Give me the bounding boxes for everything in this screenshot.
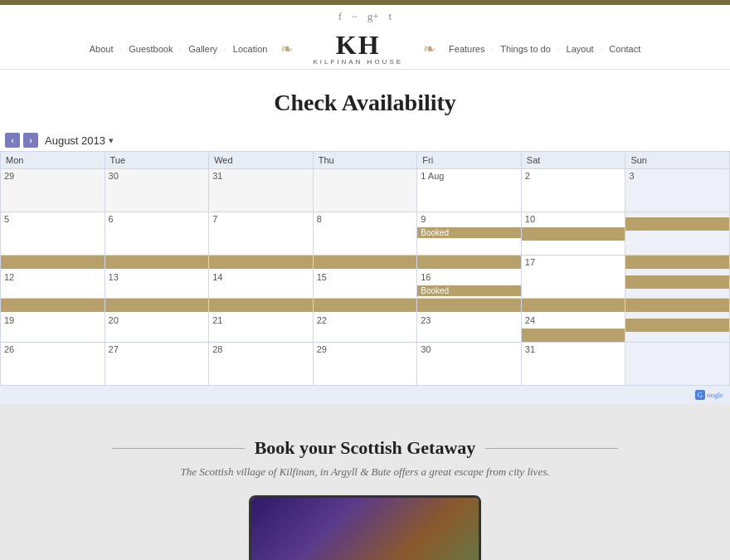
calendar-footer: G oogle [0, 386, 730, 404]
google-badge: G oogle [695, 390, 724, 400]
getaway-title: Book your Scottish Getaway [255, 437, 476, 459]
nav-things[interactable]: Things to do [494, 44, 557, 54]
page-title-section: Check Availability [0, 70, 730, 129]
cal-cell[interactable]: 16 Booked [417, 256, 522, 299]
nav-guestbook[interactable]: Guestbook [122, 44, 179, 54]
logo-kh: KH [336, 32, 381, 58]
col-wed: Wed [209, 152, 314, 169]
laptop-screen [249, 495, 481, 560]
nav-location[interactable]: Location [226, 44, 275, 54]
table-row: 29 30 31 1 Aug 2 3 [1, 169, 730, 212]
table-row: 19 20 21 22 23 [1, 299, 730, 343]
cal-cell[interactable]: 6 [105, 212, 209, 256]
cal-cell[interactable]: 27 [105, 343, 209, 386]
table-row: 12 13 14 15 16 Booked [1, 256, 730, 299]
cal-cell[interactable] [313, 169, 417, 212]
cal-cell[interactable]: 14 [209, 256, 314, 299]
cal-prev-button[interactable]: ‹ [5, 133, 20, 148]
col-sun: Sun [625, 152, 730, 169]
nav-bar: About · Guestbook · Gallery · Location ❧… [0, 27, 730, 70]
nav-gallery[interactable]: Gallery [182, 44, 224, 54]
cal-cell[interactable]: 22 [313, 299, 417, 343]
nav-contact[interactable]: Contact [602, 44, 647, 54]
cal-cell[interactable]: 1 Aug [417, 169, 522, 212]
nav-features[interactable]: Features [442, 44, 491, 54]
table-row: 5 6 7 8 9 Booked 10 [1, 212, 730, 256]
cal-cell[interactable]: 5 [1, 212, 105, 256]
laptop-screen-content [251, 498, 479, 560]
cal-next-button[interactable]: › [23, 133, 38, 148]
nav-ornament-left: ❧ [280, 40, 293, 58]
col-fri: Fri [417, 152, 522, 169]
nav-about[interactable]: About [83, 44, 120, 54]
social-bar: f ·· g+ t [0, 5, 730, 27]
booked-bar: Booked [417, 227, 521, 238]
nav-ornament-right: ❧ [423, 40, 436, 58]
getaway-line-right [485, 448, 618, 449]
twitter-icon[interactable]: t [389, 10, 392, 23]
col-tue: Tue [105, 152, 209, 169]
getaway-title-wrapper: Book your Scottish Getaway [17, 437, 713, 459]
logo-sub: Kilfinan House [313, 58, 403, 66]
cal-cell[interactable]: 26 [1, 343, 105, 386]
cal-cell[interactable]: 10 [521, 212, 625, 256]
cal-cell[interactable]: 13 [105, 256, 209, 299]
cal-cell[interactable] [625, 256, 730, 299]
cal-cell[interactable]: 17 [521, 256, 625, 299]
facebook-icon[interactable]: f [338, 10, 342, 23]
nav-left: About · Guestbook · Gallery · Location [83, 44, 275, 54]
booked-bar: Booked [417, 285, 521, 296]
cal-cell[interactable]: 30 [417, 343, 522, 386]
cal-cell[interactable] [625, 343, 730, 386]
cal-cell[interactable]: 29 [1, 169, 105, 212]
getaway-section: Book your Scottish Getaway The Scottish … [0, 404, 730, 560]
cal-month-dropdown[interactable]: ▾ [109, 135, 114, 146]
cal-cell[interactable]: 19 [1, 299, 105, 343]
cal-cell[interactable]: 29 [313, 343, 417, 386]
cal-cell[interactable]: 31 [209, 169, 314, 212]
social-dots-icon[interactable]: ·· [352, 10, 358, 23]
googleplus-icon[interactable]: g+ [367, 10, 379, 23]
col-sat: Sat [521, 152, 625, 169]
getaway-line-left [112, 448, 245, 449]
calendar-container: ‹ › August 2013 ▾ Mon Tue Wed Thu Fri Sa… [0, 129, 730, 404]
cal-cell[interactable]: 30 [105, 169, 209, 212]
cal-cell[interactable]: 31 [521, 343, 625, 386]
cal-cell[interactable]: 15 [313, 256, 417, 299]
cal-cell[interactable]: 12 [1, 256, 105, 299]
cal-cell-booked-start[interactable]: 9 Booked [417, 212, 522, 256]
cal-month-title[interactable]: August 2013 [45, 134, 105, 147]
cal-cell[interactable]: 3 [625, 169, 730, 212]
page-title: Check Availability [0, 90, 730, 116]
getaway-subtitle: The Scottish village of Kilfinan, in Arg… [17, 465, 713, 479]
table-row: 26 27 28 29 30 31 [1, 343, 730, 386]
cal-cell[interactable] [625, 212, 730, 256]
col-thu: Thu [313, 152, 417, 169]
laptop-mockup [249, 495, 481, 560]
cal-cell[interactable]: 28 [209, 343, 314, 386]
nav-layout[interactable]: Layout [560, 44, 601, 54]
cal-cell[interactable]: 8 [313, 212, 417, 256]
cal-cell[interactable]: 7 [209, 212, 314, 256]
nav-right: Features · Things to do · Layout · Conta… [442, 44, 647, 54]
calendar-header: ‹ › August 2013 ▾ [0, 129, 730, 151]
cal-cell[interactable]: 23 [417, 299, 522, 343]
cal-cell[interactable]: 24 [521, 299, 625, 343]
cal-cell[interactable] [625, 299, 730, 343]
cal-cell[interactable]: 2 [521, 169, 625, 212]
cal-cell[interactable]: 21 [209, 299, 314, 343]
cal-cell[interactable]: 20 [105, 299, 209, 343]
calendar-table: Mon Tue Wed Thu Fri Sat Sun 29 30 31 1 A… [0, 151, 730, 386]
col-mon: Mon [1, 152, 105, 169]
logo-area: KH Kilfinan House [313, 32, 403, 66]
